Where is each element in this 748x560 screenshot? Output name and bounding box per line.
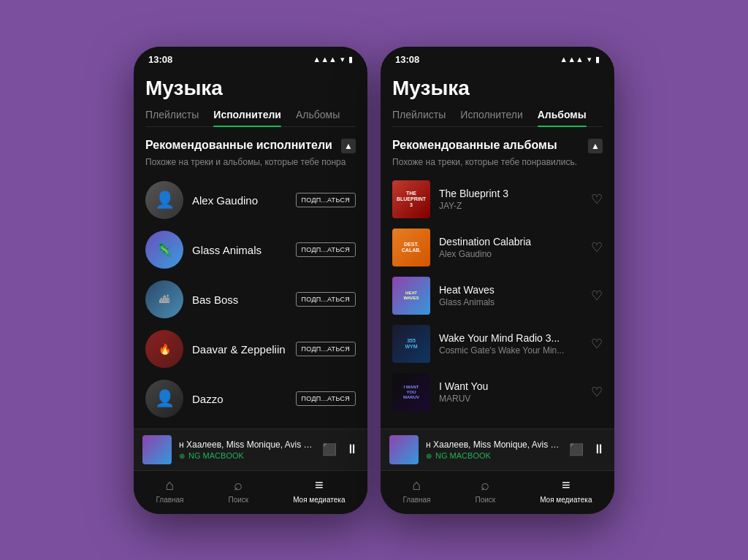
section-subtitle-left: Похоже на треки и альбомы, которые тебе … [145, 156, 356, 169]
page-title-right: Музыка [392, 77, 603, 100]
list-item[interactable]: THEBLUEPRINT3 The Blueprint 3 JAY-Z ♡ [392, 177, 603, 222]
bas-icon: 🏙 [159, 294, 169, 305]
battery-icon-left: ▮ [348, 55, 353, 64]
now-playing-thumb-left [142, 435, 172, 464]
album-title: The Blueprint 3 [439, 188, 582, 199]
home-icon-left: ⌂ [165, 477, 174, 494]
tab-artists-left[interactable]: Исполнители [213, 109, 281, 126]
section-header-left: Рекомендованные исполнители ▲ [145, 139, 356, 153]
collapse-button-left[interactable]: ▲ [341, 139, 356, 153]
device-icon-left: ⊕ [179, 452, 185, 460]
tab-playlists-right[interactable]: Плейлисты [392, 109, 446, 126]
now-playing-device-right: ⊕ NG MACBOOK [426, 451, 562, 460]
album-cover: HEATWAVES [392, 277, 430, 315]
phone-left: 13:08 ▲▲▲ ▾ ▮ Музыка Плейлисты Исполните… [134, 47, 367, 514]
tab-albums-left[interactable]: Альбомы [296, 109, 340, 126]
wifi-icon-right: ▾ [587, 55, 592, 64]
pause-button-right[interactable]: ⏸ [592, 442, 606, 457]
album-info: Heat Waves Glass Animals [439, 284, 582, 307]
tabs-left: Плейлисты Исполнители Альбомы [145, 109, 356, 127]
list-item[interactable]: 🔥 Daavar & Zeppeliin ПОДП...АТЬСЯ [145, 326, 356, 372]
list-item[interactable]: 🏙 Bas Boss ПОДП...АТЬСЯ [145, 276, 356, 323]
nav-library-right[interactable]: ≡ Моя медиатека [540, 477, 592, 504]
status-icons-left: ▲▲▲ ▾ ▮ [313, 55, 353, 64]
artist-name: Alex Gaudino [192, 194, 287, 207]
glass-animals-icon: 🦎 [156, 242, 172, 258]
content-left: Музыка Плейлисты Исполнители Альбомы Рек… [134, 69, 367, 429]
nav-library-left[interactable]: ≡ Моя медиатека [293, 477, 345, 504]
follow-button[interactable]: ПОДП...АТЬСЯ [296, 292, 356, 307]
follow-button[interactable]: ПОДП...АТЬСЯ [296, 391, 356, 406]
tab-playlists-left[interactable]: Плейлисты [145, 109, 199, 126]
section-title-right: Рекомендованные альбомы [392, 139, 557, 152]
section-title-left: Рекомендованные исполнители [145, 139, 332, 152]
collapse-button-right[interactable]: ▲ [588, 139, 603, 153]
follow-button[interactable]: ПОДП...АТЬСЯ [296, 242, 356, 257]
nav-search-left[interactable]: ⌕ Поиск [228, 477, 248, 504]
list-item[interactable]: 👤 Alex Gaudino ПОДП...АТЬСЯ [145, 177, 356, 223]
list-item[interactable]: DEST.CALAB. Destination Calabria Alex Ga… [392, 225, 603, 270]
signal-icon-right: ▲▲▲ [560, 55, 584, 64]
search-icon-right: ⌕ [481, 477, 489, 494]
library-icon-left: ≡ [315, 477, 324, 494]
status-icons-right: ▲▲▲ ▾ ▮ [560, 55, 600, 64]
now-playing-bar-left[interactable]: н Хаалеев, Miss Monique, Avis Vox ⊕ NG M… [134, 429, 367, 470]
now-playing-controls-left: ⬛ ⏸ [322, 442, 359, 457]
list-item[interactable]: HEATWAVES Heat Waves Glass Animals ♡ [392, 273, 603, 318]
nav-library-label-left: Моя медиатека [293, 496, 345, 504]
follow-button[interactable]: ПОДП...АТЬСЯ [296, 342, 356, 356]
list-item[interactable]: I WANTYOUMARUV I Want You MARUV ♡ [392, 369, 603, 415]
album-info: I Want You MARUV [439, 380, 582, 404]
tab-albums-right[interactable]: Альбомы [538, 109, 587, 126]
album-artist: Cosmic Gate's Wake Your Min... [439, 345, 582, 356]
heart-icon[interactable]: ♡ [591, 288, 603, 304]
avatar: 👤 [145, 181, 183, 219]
nav-home-right[interactable]: ⌂ Главная [402, 477, 430, 504]
artist-name: Bas Boss [192, 294, 287, 306]
follow-button[interactable]: ПОДП...АТЬСЯ [296, 193, 356, 207]
status-bar-left: 13:08 ▲▲▲ ▾ ▮ [134, 47, 367, 69]
avatar: 👤 [145, 380, 183, 418]
signal-icon-left: ▲▲▲ [313, 55, 337, 64]
album-title: Wake Your Mind Radio 3... [439, 332, 582, 344]
album-artist: Glass Animals [439, 297, 582, 307]
now-playing-info-left: н Хаалеев, Miss Monique, Avis Vox ⊕ NG M… [179, 440, 315, 460]
bottom-nav-left: ⌂ Главная ⌕ Поиск ≡ Моя медиатека [134, 470, 367, 514]
status-time-left: 13:08 [148, 54, 172, 65]
list-item[interactable]: 🦎 Glass Animals ПОДП...АТЬСЯ [145, 226, 356, 273]
nav-home-label-right: Главная [402, 496, 430, 504]
section-header-right: Рекомендованные альбомы ▲ [392, 139, 603, 153]
now-playing-bar-right[interactable]: н Хаалеев, Miss Monique, Avis Vox ⊕ NG M… [381, 429, 614, 470]
artist-name: Daavar & Zeppeliin [192, 343, 287, 356]
tab-artists-right[interactable]: Исполнители [460, 109, 522, 126]
album-list: THEBLUEPRINT3 The Blueprint 3 JAY-Z ♡ DE… [392, 177, 603, 415]
nav-search-right[interactable]: ⌕ Поиск [475, 477, 495, 504]
album-artist: Alex Gaudino [439, 249, 582, 259]
tabs-right: Плейлисты Исполнители Альбомы [392, 109, 603, 127]
status-time-right: 13:08 [395, 54, 419, 65]
nav-search-label-right: Поиск [475, 496, 495, 504]
list-item[interactable]: 355WYM Wake Your Mind Radio 3... Cosmic … [392, 321, 603, 367]
list-item[interactable]: 👤 Dazzo ПОДП...АТЬСЯ [145, 375, 356, 422]
heart-icon[interactable]: ♡ [591, 384, 603, 400]
album-title: I Want You [439, 380, 582, 392]
heart-icon[interactable]: ♡ [591, 191, 603, 207]
cast-button-left[interactable]: ⬛ [322, 442, 337, 456]
pause-button-left[interactable]: ⏸ [346, 442, 359, 457]
section-subtitle-right: Похоже на треки, которые тебе понравилис… [392, 156, 603, 169]
heart-icon[interactable]: ♡ [591, 336, 603, 352]
now-playing-title-right: н Хаалеев, Miss Monique, Avis Vox [426, 440, 562, 450]
album-info: The Blueprint 3 JAY-Z [439, 188, 582, 211]
wifi-icon-left: ▾ [340, 55, 345, 64]
phone-right: 13:08 ▲▲▲ ▾ ▮ Музыка Плейлисты Исполните… [381, 47, 614, 514]
cast-button-right[interactable]: ⬛ [569, 442, 584, 456]
heart-icon[interactable]: ♡ [591, 239, 603, 256]
page-title-left: Музыка [145, 77, 356, 100]
nav-home-left[interactable]: ⌂ Главная [156, 477, 183, 504]
phones-container: 13:08 ▲▲▲ ▾ ▮ Музыка Плейлисты Исполните… [134, 47, 614, 514]
now-playing-controls-right: ⬛ ⏸ [569, 442, 606, 457]
home-icon-right: ⌂ [412, 477, 421, 494]
search-icon-left: ⌕ [234, 477, 243, 494]
person-icon: 👤 [155, 191, 175, 210]
album-info: Wake Your Mind Radio 3... Cosmic Gate's … [439, 332, 582, 356]
